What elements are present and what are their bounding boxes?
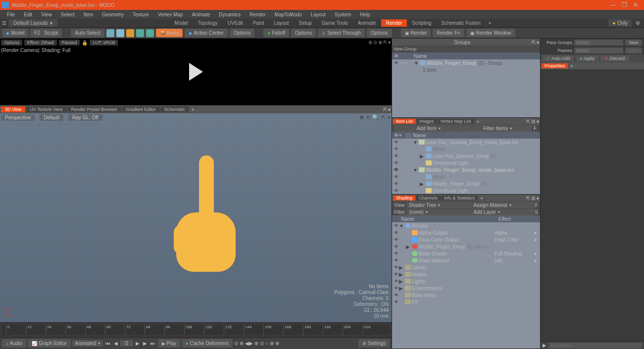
play-render-icon[interactable] [189,63,203,81]
shadertree-dropdown[interactable]: Shader Tree [406,202,470,208]
shtab-channels[interactable]: Channels [416,196,441,200]
add-shtab-icon[interactable]: + [478,196,485,201]
tab-paint[interactable]: Paint [248,19,269,27]
sh-dd-icon[interactable]: ▾ [537,196,539,201]
shading-row[interactable]: 👁Alpha OutputAlpha▾ [392,229,540,236]
close-button[interactable]: ✕ [633,1,638,8]
rp-icon-1[interactable]: ⊕ [368,40,372,45]
sh-gear-icon[interactable]: ⚙ [531,196,536,201]
grapheditor-button[interactable]: 📈 Graph Editor [28,339,71,348]
additem-dropdown[interactable]: Add Item [394,125,463,132]
cache-button[interactable]: Cache Deformers [182,339,233,348]
rp-effect[interactable]: Effect: (Shadi [24,40,57,46]
lock-icon[interactable]: 🔒 [82,40,88,46]
add-prop-tab-icon[interactable]: + [568,63,575,69]
vp-move-icon[interactable]: ✥ [359,114,364,121]
options-button-3[interactable]: Options [367,29,392,37]
filteritems-dropdown[interactable]: Filter Items [463,125,532,132]
add-vtab-icon[interactable]: + [190,107,197,112]
menu-edit[interactable]: Edit [20,11,36,18]
vp-maximize-icon[interactable]: ⇱ [383,107,387,112]
gear-icon[interactable]: ⚙ [634,20,642,26]
menu-layout[interactable]: Layout [307,11,330,18]
prev-frame-icon[interactable]: ◀ [113,341,119,346]
passes-dropdown[interactable]: (none) [574,48,623,53]
filter-dropdown[interactable]: (none) [406,209,471,215]
actioncenter-button[interactable]: Action Center [185,29,228,37]
itemlist-row[interactable]: 👁▶Love-You_Gesture_Emoji (2) [392,152,540,159]
newgroup-button[interactable]: New Group [392,46,540,52]
properties-tab[interactable]: Properties [542,63,568,68]
tool-icon-1[interactable] [106,29,114,37]
vtab-schematic[interactable]: Schematic [160,106,189,112]
menu-system[interactable]: System [331,11,355,18]
groups-dd-icon[interactable]: ▾ [537,40,539,45]
shading-row[interactable]: 👁FX [392,299,540,305]
passes-new-button[interactable]: New [625,48,642,53]
il-gear-icon[interactable]: ⚙ [531,119,536,124]
render-button[interactable]: ▣ Render [401,29,431,37]
passgroups-new-button[interactable]: New [625,40,642,46]
shading-row[interactable]: 👁▶Lights [392,278,540,285]
tab-setup[interactable]: Setup [294,19,317,27]
iltab-itemlist[interactable]: Item List [393,119,416,124]
tool-icon-4[interactable] [136,29,144,37]
timeline[interactable]: 0122436486072849610812013214415616818019… [0,322,392,337]
frame-field[interactable]: 0 [120,340,133,347]
rp-icon-2[interactable]: ⊙ [373,40,377,45]
command-input[interactable] [548,343,642,349]
rp-camera[interactable]: (Render Camera) [1,48,40,53]
audio-button[interactable]: ♪ Audio [2,339,26,348]
shading-row[interactable]: 👁Final Color OutputFinal Color▾ [392,236,540,243]
itemlist-row[interactable]: 👁Mesh [392,146,540,152]
shading-row[interactable]: 👁▶Middle_Finger_Emoji (2) (Item) [392,243,540,250]
menu-geometry[interactable]: Geometry [98,11,128,18]
il-f-icon[interactable]: F [532,126,538,131]
shading-row[interactable]: 👁▶Environments [392,285,540,292]
vp-zoom-icon[interactable]: 🔍 [372,114,379,121]
menu-file[interactable]: File [3,11,19,18]
iltab-vertexmaplist[interactable]: Vertex Map List [438,119,474,124]
il-max-icon[interactable]: ⇱ [526,119,530,124]
menu-dynamics[interactable]: Dynamics [215,11,245,18]
goto-start-icon[interactable]: ⏮ [104,341,111,346]
model-button[interactable]: Model [2,29,28,37]
menu-item[interactable]: Item [80,11,97,18]
autoadd-button[interactable]: Auto-Add [543,55,574,61]
bb-icon-8[interactable]: ⊗ [275,341,279,346]
falloff-button[interactable]: Falloff [263,29,289,37]
vtab-renderpresetbrowser[interactable]: Render Preset Browser [67,106,122,112]
itemlist-row[interactable]: 👁▼Middle_Finger_Emoji_modo_base.lxo [392,166,540,173]
layout-dropdown[interactable]: Default Layouts▾ [8,19,57,27]
bb-icon-4[interactable]: ⊗ [254,341,258,346]
shading-row[interactable]: 👁Bake Items [392,292,540,299]
vtab-gradienteditor[interactable]: Gradient Editor [122,106,160,112]
itemlist-row[interactable]: 👁Directional Light [392,159,540,166]
tool-icon-3[interactable] [126,29,134,37]
shading-row[interactable]: 👁Base Material(all)▾ [392,257,540,264]
tool-icon-5[interactable] [146,29,154,37]
bb-icon-3[interactable]: ◀▶ [245,341,253,346]
menu-help[interactable]: Help [356,11,374,18]
axis-gizmo[interactable] [6,306,16,316]
addlayer-dropdown[interactable]: Add Layer [471,209,535,215]
sh-f-icon[interactable]: F [535,202,538,208]
itemlist-row[interactable]: 👁▼Love-You_Gesture_Emoji_modo_base.lxo [392,139,540,146]
group-row[interactable]: 👁○○○ ▼ Middle_Finger_Emoji (3) - Group [392,59,540,66]
add-iltab-icon[interactable]: + [475,119,482,124]
tab-animate[interactable]: Animate [353,19,381,27]
renderwindow-button[interactable]: ▣ Render Window [466,29,515,37]
menu-texture[interactable]: Texture [129,11,153,18]
menu-maptomodo[interactable]: MapToModo [271,11,306,18]
shading-row[interactable]: 👁▶Library [392,264,540,271]
3d-viewport[interactable]: Perspective Default Ray GL: Off ✥ ⟲ 🔍 ⇱ … [0,113,392,322]
vp-rotate-icon[interactable]: ⟲ [366,114,370,121]
maximize-button[interactable]: ❐ [622,1,627,8]
vtab-uvtextureview[interactable]: UV Texture View [26,106,66,112]
il-dd-icon[interactable]: ▾ [537,119,539,124]
iltab-images[interactable]: Images [416,119,437,124]
menu-icon[interactable]: ☰ [2,20,6,26]
shtab-shading[interactable]: Shading [393,196,415,200]
vtab-3dview[interactable]: 3D View [1,106,25,112]
play-button[interactable]: ▶ Play [158,339,180,348]
